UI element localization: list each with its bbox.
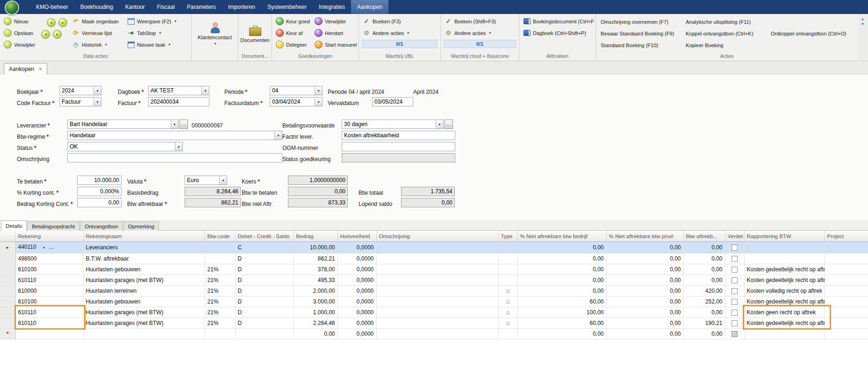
action-item-ontkoppel-ontvangstbon-ctrl-o[interactable]: Ontkoppel ontvangstbon (Ctrl+O) (769, 28, 854, 39)
vervaldatum-input[interactable]: 03/05/2024 (372, 97, 413, 106)
maak-ongedaan-button[interactable]: ↶ Maak ongedaan (70, 15, 125, 27)
first-record-button[interactable]: ◂ (41, 30, 50, 39)
menu-item-kantoor[interactable]: Kantoor (119, 0, 151, 14)
documenten-button[interactable]: Documenten (240, 15, 270, 53)
betalingsvoorwaarde-lookup-button[interactable]: … (445, 120, 453, 129)
ubl-boeken-button[interactable]: ✓ Boeken (F3) (361, 15, 438, 27)
periode-select[interactable]: 04▾ (270, 86, 323, 95)
column-header-debet-credit-saldo[interactable]: Debet - Credit - Saldo (235, 231, 294, 242)
menu-item-boekhouding[interactable]: Boekhouding (74, 0, 119, 14)
cell-rekening[interactable]: 610110 (15, 318, 83, 329)
verwijder-button[interactable]: Verwijder (2, 39, 41, 50)
chevron-down-icon[interactable]: ▾ (43, 246, 45, 250)
opslaan-button[interactable]: Opslaan (2, 27, 41, 39)
factuur-input[interactable]: 202400034 (148, 97, 209, 106)
valuta-select[interactable]: Euro▾ (185, 176, 227, 185)
action-item-omschrijving-overnemen-f7[interactable]: Omschrijving overnemen (F7) (599, 16, 684, 28)
te-betalen-input[interactable]: 10.000,00 (77, 176, 122, 185)
boekingsdocument-button[interactable]: Boekingsdocument (Ctrl+P) (521, 15, 594, 27)
column-header-verdel[interactable]: Verdel... (725, 231, 744, 242)
grid-row[interactable]: 610100Huurlasten gebouwen21%D3.000,000,0… (0, 296, 868, 307)
dagboek-button[interactable]: Dagboek (Ctrl+Shift+P) (521, 27, 594, 39)
action-item-bewaar-standaard-boeking-f9[interactable]: Bewaar Standaard Boeking (F9) (599, 28, 684, 39)
bedrag-korting-input[interactable]: 0,00 (77, 198, 122, 207)
grid-row[interactable]: 610000Huurlasten terreinen21%D2.000,000,… (0, 286, 868, 296)
grid-row[interactable]: 610110Huurlasten garages (met BTW)21%D49… (0, 275, 868, 286)
menu-item-kmo-beheer[interactable]: KMO-beheer (30, 0, 74, 14)
action-item-kopieer-boeking[interactable]: Kopieer Boeking (684, 39, 769, 51)
cell-rekening[interactable]: 610000 (15, 286, 83, 296)
action-item-analytische-uitsplitsing-f11[interactable]: Analytische uitsplitsing (F11) (684, 16, 769, 28)
grid-row[interactable]: *0,000,00000,000,000,00 (0, 329, 868, 339)
code-factuur-select[interactable]: Factuur▾ (59, 97, 101, 106)
grid-row[interactable]: 498500B.T.W. aftrekbaarD862,210,00000,00… (0, 254, 868, 264)
column-header-niet-aftrekbare-btw-priv[interactable]: % Niet aftrekbare btw privé (606, 231, 683, 242)
column-header-hoeveelheid[interactable]: Hoeveelheid (337, 231, 376, 242)
vernieuw-lijst-button[interactable]: ⟳ Vernieuw lijst (70, 27, 125, 39)
detail-tab-betalingsopdracht[interactable]: Betalingsopdracht (27, 221, 79, 231)
column-header-project[interactable]: Project (825, 231, 868, 242)
grid-row[interactable]: ▸440110▾…LeveranciersC10.000,000,00000,0… (0, 242, 868, 254)
cell-rekening[interactable]: 498500 (15, 254, 83, 264)
column-header-omschrijving[interactable]: Omschrijving (376, 231, 498, 242)
last-record-button[interactable]: ▸ (53, 30, 62, 39)
grid-row[interactable]: 610100Huurlasten gebouwen21%D378,000,000… (0, 264, 868, 275)
keur-af-button[interactable]: Keur af (274, 27, 313, 39)
cell-rekening[interactable]: 610100 (15, 264, 83, 275)
weergave-button[interactable]: Weergave (F2) ▾ (125, 15, 187, 27)
menu-item-importeren[interactable]: Importeren (222, 0, 261, 14)
boekjaar-select[interactable]: 2024▾ (59, 86, 101, 95)
cloud-boeken-button[interactable]: ✓ Boeken (Shift+F3) (443, 15, 517, 27)
cell-rekening[interactable]: 610110 (15, 275, 83, 286)
betalingsvoorwaarde-select[interactable]: 30 dagen▾ (342, 120, 444, 129)
menu-item-integraties[interactable]: Integraties (313, 0, 351, 14)
prev-record-button[interactable]: ◂ (47, 18, 56, 27)
verdeel-checkbox[interactable] (732, 310, 738, 316)
menu-item-aankopen[interactable]: Aankopen (351, 0, 388, 14)
column-header-type[interactable]: Type (498, 231, 517, 242)
cloud-queue-count[interactable]: 0/1 (444, 40, 516, 48)
korting-pct-input[interactable]: 0,000% (77, 187, 122, 196)
herstart-button[interactable]: Herstart (313, 27, 357, 39)
cloud-andere-acties-button[interactable]: ⚙ Andere acties ▾ (443, 27, 517, 39)
verdeel-checkbox[interactable] (732, 288, 738, 294)
column-header-niet-aftrekbare-btw-bedrijf[interactable]: % Niet aftrekbare btw bedrijf (517, 231, 606, 242)
ubl-queue-count[interactable]: 0/1 (362, 40, 438, 48)
keur-goed-button[interactable]: Keur goed (274, 15, 313, 27)
grid-row[interactable]: 610110Huurlasten garages (met BTW)21%D2.… (0, 318, 868, 329)
goedkeuring-verwijder-button[interactable]: Verwijder (313, 15, 357, 27)
action-item-koppel-ontvangstbon-ctrl-k[interactable]: Koppel ontvangstbon (Ctrl+K) (684, 28, 769, 39)
ogm-nummer-input[interactable] (342, 142, 455, 151)
verdeel-checkbox[interactable] (732, 256, 738, 262)
column-header-rekeningnaam[interactable]: Rekeningnaam (83, 231, 205, 242)
ellipsis-lookup-button[interactable]: … (49, 244, 54, 250)
historiek-button[interactable]: ◷ Historiek ▾ (70, 39, 125, 50)
btw-regime-select[interactable]: Handelaar▾ (67, 131, 282, 140)
detail-tab-details[interactable]: Details (1, 220, 27, 231)
tabstop-button[interactable]: ⇥ TabStop ▾ (125, 27, 187, 39)
factnr-lever-input[interactable]: Kosten aftrekbaarheid (342, 131, 455, 140)
leverancier-lookup-button[interactable]: … (179, 120, 188, 129)
action-item-standaard-boeking-f10[interactable]: Standaard Boeking (F10) (599, 39, 684, 51)
next-record-button[interactable]: ▸ (58, 18, 67, 27)
app-logo[interactable] (5, 0, 19, 15)
verdeel-checkbox[interactable] (732, 277, 738, 283)
dagboek-select[interactable]: AK TEST▾ (148, 86, 209, 95)
detail-tab-ontvangstbon[interactable]: Ontvangstbon (80, 221, 123, 231)
verdeel-checkbox[interactable] (732, 320, 738, 326)
verdeel-checkbox[interactable] (732, 245, 738, 251)
nieuwe-taak-button[interactable]: Nieuwe taak ▾ (125, 39, 187, 50)
start-manueel-button[interactable]: Start manueel (313, 39, 357, 50)
column-header-rapportering-btw[interactable]: Rapportering BTW (744, 231, 825, 242)
cell-rekening[interactable]: 610100 (15, 296, 83, 307)
delegeer-button[interactable]: Delegeer (274, 39, 313, 50)
scroll-down-icon[interactable]: ▾ (861, 22, 864, 26)
omschrijving-input[interactable] (67, 153, 282, 162)
close-icon[interactable]: × (39, 66, 42, 72)
nieuw-button[interactable]: Nieuw (2, 15, 41, 27)
column-header-rekening[interactable]: Rekening (15, 231, 83, 242)
column-header-btw-aftrekb[interactable]: Btw aftrekb... (683, 231, 725, 242)
tab-aankopen[interactable]: Aankopen × (4, 63, 47, 74)
column-header-btw-code[interactable]: Btw-code (205, 231, 235, 242)
status-select[interactable]: OK▾ (67, 142, 183, 151)
